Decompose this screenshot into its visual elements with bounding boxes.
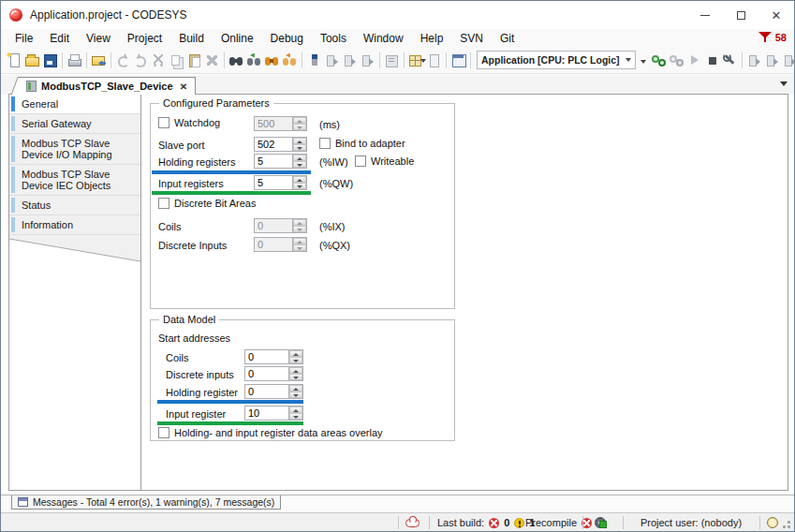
- messages-tab[interactable]: Messages - Total 4 error(s), 1 warning(s…: [11, 495, 281, 510]
- new-project-icon[interactable]: [7, 52, 22, 68]
- slave-port-spinner[interactable]: [292, 138, 306, 151]
- menu-git[interactable]: Git: [492, 29, 523, 48]
- sidebar-item-general[interactable]: General: [9, 95, 140, 114]
- step-over-icon[interactable]: [746, 52, 762, 68]
- holding-registers-spinner[interactable]: [292, 155, 306, 168]
- sidebar-edge: [9, 235, 140, 263]
- dm-input-register-field: [244, 406, 303, 421]
- menu-svn[interactable]: SVN: [451, 29, 492, 48]
- dm-discrete-inputs-spinner[interactable]: [288, 367, 302, 380]
- error-icon: [489, 518, 499, 528]
- discrete-inputs-input: [255, 238, 292, 251]
- online-config-icon[interactable]: [722, 52, 738, 68]
- dm-holding-register-input[interactable]: [245, 385, 288, 398]
- sidebar-item-information[interactable]: Information: [9, 215, 140, 235]
- step-into-icon[interactable]: [764, 52, 780, 68]
- device-editor: General Serial Gateway Modbus TCP Slave …: [8, 94, 788, 491]
- project-user-status: Project user: (nobody): [623, 513, 759, 532]
- menu-online[interactable]: Online: [213, 29, 262, 48]
- find-replace-icon[interactable]: [246, 52, 262, 68]
- sidebar-item-io-mapping[interactable]: Modbus TCP Slave Device I/O Mapping: [9, 134, 140, 165]
- next-bookmark-icon[interactable]: [342, 52, 358, 68]
- tab-modbustcp-slave-device[interactable]: ModbusTCP_Slave_Device ✕: [18, 77, 196, 95]
- sidebar-item-serial-gateway[interactable]: Serial Gateway: [9, 114, 140, 134]
- dm-coils-spinner[interactable]: [288, 350, 302, 363]
- coils-field: [254, 218, 307, 233]
- funnel-icon: [758, 31, 772, 43]
- dm-input-register-input[interactable]: [245, 406, 288, 420]
- find-icon[interactable]: [228, 52, 244, 68]
- cloud-offline-icon: [405, 519, 420, 527]
- dm-input-register-spinner[interactable]: [288, 406, 302, 420]
- coils-unit: (%IX): [319, 221, 346, 232]
- writeable-checkbox[interactable]: [355, 155, 366, 167]
- active-application-combo[interactable]: Application [CPU: PLC Logic]: [477, 51, 636, 69]
- undo-icon[interactable]: [115, 52, 131, 68]
- tab-list-dropdown-icon[interactable]: [780, 81, 788, 90]
- watchdog-checkbox[interactable]: [158, 117, 169, 128]
- clear-bookmarks-icon[interactable]: [360, 52, 375, 68]
- menu-debug[interactable]: Debug: [262, 29, 312, 48]
- menu-view[interactable]: View: [78, 29, 119, 48]
- delete-icon[interactable]: [204, 52, 220, 68]
- window-controls: ✕: [687, 1, 794, 29]
- login-icon[interactable]: [651, 52, 667, 68]
- menu-build[interactable]: Build: [170, 29, 213, 48]
- dm-holding-register-spinner[interactable]: [288, 385, 302, 398]
- slave-port-input[interactable]: [255, 138, 292, 151]
- badge-count: 58: [775, 32, 787, 43]
- coils-label: Coils: [158, 221, 181, 232]
- bind-to-adapter-checkbox[interactable]: [319, 138, 331, 149]
- step-out-icon[interactable]: [782, 52, 795, 68]
- overlay-checkbox[interactable]: [158, 427, 169, 438]
- menu-window[interactable]: Window: [355, 29, 412, 48]
- clean-icon[interactable]: [426, 52, 442, 68]
- redo-icon[interactable]: [133, 52, 149, 68]
- copy-project-icon[interactable]: [91, 52, 107, 68]
- discrete-bit-areas-checkbox[interactable]: [158, 198, 169, 209]
- device-icon: [26, 81, 37, 92]
- dm-coils-input[interactable]: [245, 350, 288, 363]
- menu-tools[interactable]: Tools: [312, 29, 355, 48]
- holding-registers-input[interactable]: [255, 155, 292, 168]
- input-registers-spinner[interactable]: [292, 176, 306, 189]
- network-status: [405, 513, 420, 532]
- stop-icon[interactable]: [704, 52, 720, 68]
- batch-commands-icon[interactable]: [450, 52, 466, 68]
- cut-icon[interactable]: [151, 52, 167, 68]
- save-icon[interactable]: [42, 52, 58, 68]
- copy-icon[interactable]: [169, 52, 184, 68]
- dm-discrete-inputs-input[interactable]: [245, 367, 288, 380]
- menu-edit[interactable]: Edit: [41, 29, 78, 48]
- combo-dropdown-icon[interactable]: [640, 60, 646, 66]
- build-dropdown-icon[interactable]: [408, 52, 424, 68]
- sidebar-item-iec-objects[interactable]: Modbus TCP Slave Device IEC Objects: [9, 165, 140, 196]
- close-button[interactable]: ✕: [758, 1, 794, 29]
- bookmark-icon[interactable]: [306, 52, 322, 68]
- minimize-button[interactable]: [687, 1, 723, 29]
- maximize-button[interactable]: [723, 1, 758, 29]
- find-in-project-icon[interactable]: [264, 52, 280, 68]
- start-icon[interactable]: [686, 52, 702, 68]
- holding-registers-label: Holding registers: [158, 156, 236, 168]
- sidebar-item-status[interactable]: Status: [9, 196, 140, 215]
- menu-project[interactable]: Project: [119, 29, 170, 48]
- replace-in-project-icon[interactable]: [282, 52, 298, 68]
- tab-close-icon[interactable]: ✕: [180, 81, 187, 92]
- menu-file[interactable]: File: [7, 29, 41, 48]
- paste-icon[interactable]: [186, 52, 202, 68]
- dm-discrete-inputs-label: Discrete inputs: [166, 369, 234, 380]
- input-registers-input[interactable]: [255, 176, 292, 189]
- notification-badge[interactable]: 58: [758, 31, 787, 43]
- input-registers-underline: [152, 191, 311, 195]
- previous-bookmark-icon[interactable]: [324, 52, 340, 68]
- menu-help[interactable]: Help: [412, 29, 452, 48]
- print-icon[interactable]: [66, 52, 82, 68]
- logout-icon[interactable]: [669, 52, 685, 68]
- dm-input-register-underline: [157, 421, 303, 425]
- open-project-icon[interactable]: [24, 52, 40, 68]
- export-icon[interactable]: [384, 52, 400, 68]
- resize-grip[interactable]: [788, 525, 790, 528]
- chevron-down-icon: [626, 58, 631, 65]
- watchdog-spinner: [292, 117, 306, 130]
